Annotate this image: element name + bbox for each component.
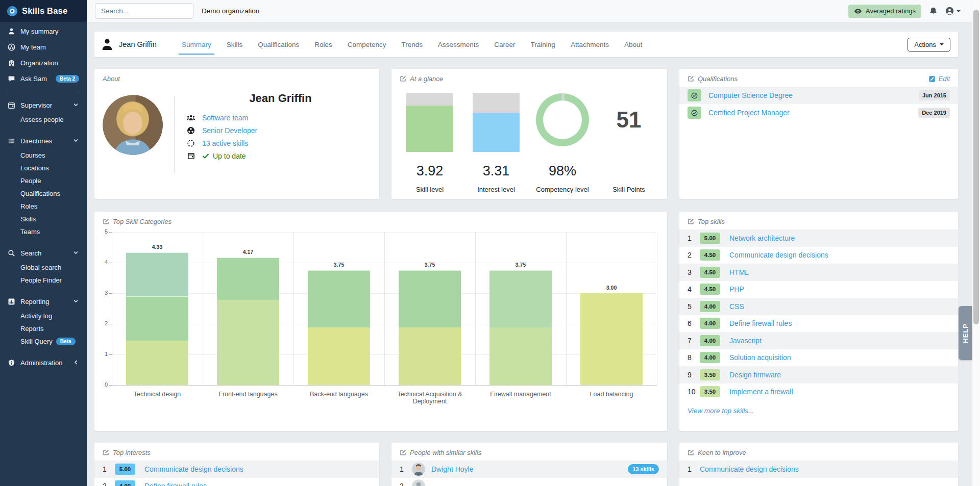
sidebar-subitem-teams[interactable]: Teams [0, 225, 87, 238]
sidebar-item-reporting[interactable]: Reporting [0, 294, 87, 310]
skill-points-number: 51 [617, 107, 642, 133]
skill-link[interactable]: Design firmware [729, 371, 781, 379]
tab-competency[interactable]: Competency [340, 32, 394, 57]
sidebar-subitem-locations[interactable]: Locations [0, 162, 87, 174]
tab-trends[interactable]: Trends [394, 32, 431, 57]
skill-rating-badge: 4.50 [700, 249, 720, 261]
about-detail-link[interactable]: Software team [202, 114, 248, 122]
about-detail-link[interactable]: 13 active skills [202, 139, 248, 147]
grid-vline [384, 232, 385, 385]
topbar: Demo organization Averaged ratings [87, 0, 980, 22]
profile-name: Jean Griffin [119, 40, 157, 48]
card-title-about: About [94, 69, 379, 87]
chevron-down-icon [73, 101, 79, 109]
keen-skill-link[interactable]: Communicate design decisions [700, 465, 799, 473]
top-skill-row: 84.00Solution acquisition [679, 349, 958, 367]
skill-link[interactable]: Javascript [729, 337, 762, 345]
help-tab[interactable]: HELP [959, 306, 972, 360]
search-input[interactable] [95, 3, 193, 19]
bar-segment [399, 327, 461, 385]
edit-qualifications-link[interactable]: Edit [928, 75, 950, 83]
skill-link[interactable]: PHP [729, 285, 744, 293]
sidebar-subitem-reports[interactable]: Reports [0, 322, 87, 335]
skill-link[interactable]: Define firewall rules [729, 319, 792, 327]
about-detail-list: Software teamSenior Developer13 active s… [186, 111, 375, 162]
qualification-link[interactable]: Computer Science Degree [708, 91, 912, 99]
actions-button[interactable]: Actions [908, 38, 950, 52]
scrollbar-thumb[interactable] [973, 10, 979, 324]
sidebar-item-label: Teams [20, 228, 40, 236]
x-axis-label: Front-end languages [203, 391, 293, 398]
sidebar-subitem-skills[interactable]: Skills [0, 213, 87, 225]
tab-career[interactable]: Career [486, 32, 523, 57]
sidebar-item-my-summary[interactable]: My summary [0, 23, 87, 39]
tab-assessments[interactable]: Assessments [430, 32, 486, 57]
sidebar-subitem-people[interactable]: People [0, 174, 87, 187]
sidebar-subitem-courses[interactable]: Courses [0, 149, 87, 162]
sidebar-item-supervisor[interactable]: Supervisor [0, 97, 87, 113]
sidebar-item-directories[interactable]: Directories [0, 133, 87, 149]
sidebar-item-label: Activity log [20, 312, 52, 320]
top-skill-row: 103.50Implement a firewall [679, 383, 958, 401]
skill-rating-badge: 3.50 [700, 386, 720, 397]
tab-qualifications[interactable]: Qualifications [250, 32, 307, 57]
averaged-ratings-label: Averaged ratings [866, 7, 916, 15]
calendar-icon [186, 152, 196, 160]
sidebar-subitem-activity-log[interactable]: Activity log [0, 310, 87, 322]
sidebar-gap [0, 287, 87, 294]
tab-summary[interactable]: Summary [174, 32, 219, 57]
sidebar-subitem-people-finder[interactable]: People Finder [0, 274, 87, 287]
skill-link[interactable]: Network architecture [729, 234, 795, 242]
sidebar-item-label: Ask Sam [20, 75, 47, 83]
top-skills-title-text: Top skills [698, 218, 725, 225]
metric-value: 98% [549, 163, 576, 180]
eye-icon [854, 7, 862, 15]
skill-link[interactable]: Implement a firewall [729, 388, 793, 396]
tab-attachments[interactable]: Attachments [563, 32, 617, 57]
sidebar-item-ask-sam[interactable]: Ask SamBeta 2 [0, 71, 87, 87]
sidebar-item-label: People Finder [20, 276, 62, 284]
sidebar-subitem-assess-people[interactable]: Assess people [0, 113, 87, 126]
page: Skills Base My summaryMy teamOrganizatio… [0, 0, 980, 486]
tab-about[interactable]: About [617, 32, 650, 57]
similar-person-row: 2 [391, 478, 667, 486]
sidebar-item-administration[interactable]: Administration [0, 355, 87, 371]
qualification-row: Computer Science DegreeJun 2015 [679, 87, 958, 104]
skill-link[interactable]: Communicate design decisions [729, 251, 828, 259]
sidebar-item-search[interactable]: Search [0, 245, 87, 261]
interest-link[interactable]: Communicate design decisions [144, 465, 243, 473]
building-icon [7, 59, 15, 67]
shield-icon [7, 359, 15, 367]
actions-label: Actions [914, 41, 936, 48]
grid-vline [203, 232, 203, 385]
skill-link[interactable]: CSS [729, 302, 744, 311]
tab-roles[interactable]: Roles [307, 32, 340, 57]
sidebar-subitem-qualifications[interactable]: Qualifications [0, 187, 87, 200]
caret-down-icon [957, 9, 961, 13]
user-menu-button[interactable] [945, 7, 961, 15]
sidebar-item-label: Qualifications [20, 190, 60, 197]
skill-link[interactable]: HTML [729, 268, 749, 276]
metric-value: 3.31 [483, 163, 510, 180]
tab-training[interactable]: Training [523, 32, 563, 57]
card-title-at-a-glance: At a glance [391, 69, 667, 87]
qualifications-card: Qualifications Edit Computer Science Deg… [679, 69, 958, 199]
interest-link[interactable]: Define firewall rules [144, 482, 207, 486]
app-logo[interactable]: Skills Base [0, 0, 87, 22]
about-detail-link[interactable]: Senior Developer [202, 126, 257, 135]
averaged-ratings-button[interactable]: Averaged ratings [848, 5, 921, 18]
bell-icon[interactable] [929, 7, 938, 15]
person-link[interactable]: Dwight Hoyle [431, 465, 473, 473]
skill-link[interactable]: Solution acquisition [729, 353, 791, 362]
sidebar-subitem-roles[interactable]: Roles [0, 200, 87, 213]
sidebar-item-my-team[interactable]: My team [0, 39, 87, 55]
tab-skills[interactable]: Skills [219, 32, 251, 57]
sidebar-nav: My summaryMy teamOrganizationAsk SamBeta… [0, 22, 87, 371]
qualification-link[interactable]: Certified Project Manager [708, 109, 911, 117]
view-more-top-skills-link[interactable]: View more top skills... [679, 400, 958, 421]
sidebar-subitem-global-search[interactable]: Global search [0, 261, 87, 274]
metric-competency-level: 98%Competency level [529, 88, 596, 193]
sidebar-item-organization[interactable]: Organization [0, 55, 87, 71]
sidebar-subitem-skill-query[interactable]: Skill QueryBeta [0, 335, 87, 348]
grid-vline [293, 232, 294, 385]
